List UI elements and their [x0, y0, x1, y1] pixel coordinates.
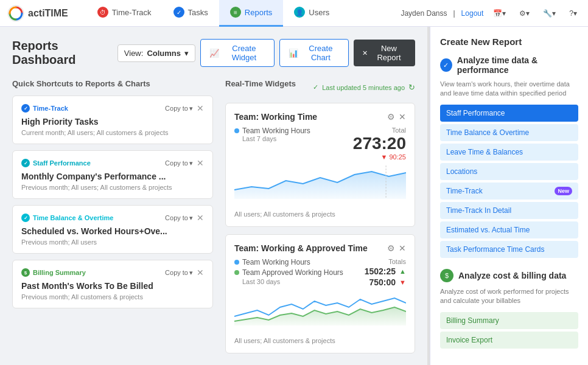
- widget-stats-1: Team Working Hours Last 7 days Total 273…: [234, 127, 406, 161]
- widget-close-btn-1[interactable]: ✕: [399, 112, 406, 122]
- right-panel: Create New Report ✓ Analyze time data & …: [430, 27, 588, 365]
- widget-controls-2: ⚙ ✕: [387, 243, 406, 253]
- billing-desc: Analyze cost of work performed for proje…: [440, 287, 578, 306]
- shortcut-actions-1: Copy to ▾ ✕: [165, 103, 204, 113]
- widget-stat-labels-1: Team Working Hours Last 7 days: [234, 127, 310, 142]
- shortcut-desc-2: Previous month; All users; All customers…: [21, 184, 204, 191]
- tab-time-track[interactable]: ⏱ Time-Track: [86, 0, 163, 27]
- widget-stats-2: Team Working Hours Team Approved Working…: [234, 258, 406, 287]
- chevron-icon-4: ▾: [189, 269, 193, 277]
- report-link-invoice-export[interactable]: Invoice Export: [440, 332, 578, 349]
- user-name: Jayden Danss: [401, 9, 447, 18]
- shortcut-desc-4: Previous month; All customers & projects: [21, 293, 204, 301]
- report-link-time-track[interactable]: Time-Track New: [440, 182, 578, 200]
- nav-tabs: ⏱ Time-Track ✓ Tasks ≡ Reports 👤 Users: [86, 0, 401, 27]
- widget-controls-1: ⚙ ✕: [387, 112, 406, 122]
- widgets-panel: Real-Time Widgets ✓ Last updated 5 minut…: [225, 79, 415, 361]
- create-widget-button[interactable]: 📈 Create Widget: [200, 39, 275, 67]
- stat-label-2b: Team Approved Working Hours: [234, 268, 343, 277]
- shortcut-header-3: ✓ Time Balance & Overtime Copy to ▾ ✕: [21, 213, 204, 223]
- widget-title-1: Team: Working Time: [234, 112, 317, 122]
- widget-gear-btn-1[interactable]: ⚙: [387, 112, 395, 122]
- mini-chart-2: [234, 292, 406, 325]
- copy-to-btn-1[interactable]: Copy to ▾: [165, 105, 193, 113]
- stat-dot-2a: [234, 260, 239, 265]
- copy-to-btn-4[interactable]: Copy to ▾: [165, 269, 193, 277]
- tag-dot-2: ✓: [21, 159, 30, 167]
- shortcut-header-1: ✓ Time-Track Copy to ▾ ✕: [21, 103, 204, 113]
- totals-label: Totals: [365, 258, 406, 265]
- chevron-icon: ▾: [189, 105, 193, 113]
- help-btn[interactable]: ?▾: [565, 7, 581, 20]
- shortcut-name-2: Monthly Company's Performance ...: [21, 172, 204, 181]
- logout-link[interactable]: Logout: [461, 9, 484, 18]
- report-link-time-balance[interactable]: Time Balance & Overtime: [440, 124, 578, 141]
- shortcut-actions-4: Copy to ▾ ✕: [165, 268, 204, 277]
- shortcut-tag-2: ✓ Staff Performance: [21, 159, 91, 167]
- stat-value-block-1: Total 273:20 ▼ 90:25: [353, 127, 406, 161]
- new-badge: New: [555, 187, 572, 195]
- chevron-icon-3: ▾: [189, 214, 193, 222]
- section-header-performance: ✓ Analyze time data & performance: [440, 55, 578, 75]
- close-icon: ✕: [362, 49, 368, 57]
- chevron-icon-2: ▾: [189, 159, 193, 167]
- report-link-billing-summary[interactable]: Billing Summary: [440, 312, 578, 329]
- logo-icon: [7, 5, 24, 22]
- copy-to-btn-2[interactable]: Copy to ▾: [165, 159, 193, 167]
- refresh-btn[interactable]: ↻: [408, 83, 415, 92]
- stat-change-1: ▼ 90:25: [353, 153, 406, 161]
- tab-reports[interactable]: ≡ Reports: [219, 0, 284, 27]
- billing-icon: $: [440, 269, 453, 282]
- shortcut-tag-3: ✓ Time Balance & Overtime: [21, 214, 113, 222]
- performance-icon: ✓: [440, 58, 452, 72]
- nav-right: Jayden Danss | Logout 📅▾ ⚙▾ 🔧▾ ?▾: [401, 7, 581, 20]
- time-track-icon: ⏱: [97, 7, 108, 18]
- report-link-time-track-detail[interactable]: Time-Track In Detail: [440, 202, 578, 219]
- create-chart-button[interactable]: 📊 Create Chart: [279, 39, 349, 67]
- shortcut-close-btn-1[interactable]: ✕: [197, 103, 204, 113]
- stat-period-2: Last 30 days: [242, 278, 343, 285]
- main-area: Reports Dashboard View: Columns ▾ 📈 Crea…: [0, 27, 427, 365]
- shortcut-close-btn-3[interactable]: ✕: [197, 213, 204, 223]
- stat-period-1: Last 7 days: [242, 135, 310, 142]
- shortcuts-title: Quick Shortcuts to Reports & Charts: [12, 79, 213, 88]
- report-link-estimated-actual[interactable]: Estimated vs. Actual Time: [440, 221, 578, 238]
- widget-footer-1: All users; All customers & projects: [234, 210, 406, 218]
- widget-gear-btn-2[interactable]: ⚙: [387, 243, 395, 253]
- copy-to-btn-3[interactable]: Copy to ▾: [165, 214, 193, 222]
- performance-desc: View team's work hours, their overtime d…: [440, 80, 578, 99]
- total-label-1: Total: [353, 127, 406, 134]
- shortcut-close-btn-2[interactable]: ✕: [197, 158, 204, 168]
- shortcut-card-1: ✓ Time-Track Copy to ▾ ✕ High Priority T…: [12, 96, 213, 144]
- report-link-staff-performance[interactable]: Staff Performance: [440, 105, 578, 122]
- settings-btn[interactable]: ⚙▾: [516, 7, 533, 20]
- page-header: Reports Dashboard View: Columns ▾ 📈 Crea…: [12, 39, 415, 67]
- report-link-task-performance[interactable]: Task Performance Time Cards: [440, 241, 578, 258]
- tab-users[interactable]: 👤 Users: [283, 0, 340, 27]
- chevron-down-icon: ▾: [184, 49, 189, 58]
- widget-stat-labels-2: Team Working Hours Team Approved Working…: [234, 258, 343, 285]
- stat-value-1: 273:20: [353, 134, 406, 153]
- report-link-leave-time[interactable]: Leave Time & Balances: [440, 144, 578, 161]
- tab-tasks[interactable]: ✓ Tasks: [163, 0, 219, 27]
- stat-dot-1: [234, 128, 239, 133]
- stat-change-2a: ▲: [399, 268, 406, 275]
- calendar-btn[interactable]: 📅▾: [489, 7, 509, 20]
- widgets-title: Real-Time Widgets: [225, 79, 296, 88]
- top-nav: actiTIME ⏱ Time-Track ✓ Tasks ≡ Reports …: [0, 0, 588, 27]
- widgets-status: ✓ Last updated 5 minutes ago ↻: [313, 83, 415, 92]
- nav-divider: |: [453, 9, 455, 18]
- new-report-button[interactable]: ✕ New Report: [354, 40, 415, 66]
- report-link-locations[interactable]: Locations: [440, 163, 578, 180]
- two-col-layout: Quick Shortcuts to Reports & Charts ✓ Ti…: [12, 79, 415, 361]
- check-icon: ✓: [313, 83, 318, 91]
- logo-text: actiTIME: [28, 8, 68, 19]
- shortcuts-panel: Quick Shortcuts to Reports & Charts ✓ Ti…: [12, 79, 213, 361]
- admin-btn[interactable]: 🔧▾: [539, 7, 559, 20]
- view-selector[interactable]: View: Columns ▾: [117, 44, 195, 62]
- shortcut-card-2: ✓ Staff Performance Copy to ▾ ✕ Monthly …: [12, 150, 213, 199]
- widget-footer-2: All users; All customers & projects: [234, 337, 406, 344]
- widget-close-btn-2[interactable]: ✕: [399, 243, 406, 253]
- stat-value-2b: 750:00: [369, 277, 396, 287]
- shortcut-close-btn-4[interactable]: ✕: [197, 268, 204, 277]
